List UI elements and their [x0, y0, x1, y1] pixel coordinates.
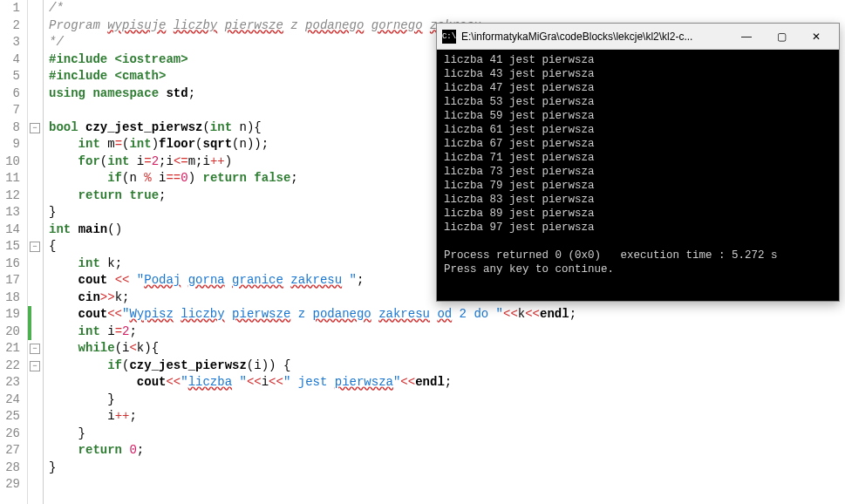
fold-toggle[interactable]: −	[30, 344, 40, 354]
change-marker	[28, 324, 31, 341]
line-number: 15	[0, 238, 20, 255]
console-icon: C:\	[442, 30, 456, 44]
code-line[interactable]: if(czy_jest_pierwsz(i)) {	[49, 358, 576, 375]
line-number: 5	[0, 68, 20, 85]
code-line[interactable]: while(i<k){	[49, 340, 576, 358]
fold-toggle[interactable]: −	[30, 242, 40, 252]
line-number: 16	[0, 255, 20, 273]
code-line[interactable]: }	[49, 392, 576, 409]
line-number: 3	[0, 34, 20, 51]
line-number-gutter: 1234567891011121314151617181920212223242…	[0, 0, 28, 504]
line-number: 2	[0, 17, 20, 35]
code-line[interactable]: /*	[49, 0, 576, 17]
minimize-button[interactable]: —	[729, 24, 764, 49]
console-window[interactable]: C:\ E:\informatykaMiGra\codeBlocks\lekcj…	[436, 23, 840, 302]
line-number: 7	[0, 102, 20, 119]
console-output[interactable]: liczba 41 jest pierwsza liczba 43 jest p…	[437, 50, 839, 301]
code-line[interactable]: int i=2;	[49, 324, 576, 341]
line-number: 27	[0, 442, 20, 460]
fold-toggle[interactable]: −	[30, 123, 40, 133]
line-number: 6	[0, 85, 20, 103]
line-number: 21	[0, 340, 20, 358]
fold-column[interactable]: −−−−	[28, 0, 44, 504]
line-number: 26	[0, 426, 20, 443]
fold-toggle[interactable]: −	[30, 361, 40, 371]
line-number: 10	[0, 153, 20, 171]
code-line[interactable]: }	[49, 426, 576, 443]
line-number: 19	[0, 306, 20, 324]
line-number: 8	[0, 119, 20, 137]
line-number: 9	[0, 136, 20, 153]
line-number: 1	[0, 0, 20, 17]
line-number: 12	[0, 187, 20, 205]
console-title: E:\informatykaMiGra\codeBlocks\lekcje\kl…	[461, 31, 729, 43]
line-number: 25	[0, 408, 20, 426]
maximize-button[interactable]: ▢	[764, 24, 799, 49]
line-number: 23	[0, 374, 20, 392]
code-line[interactable]: }	[49, 460, 576, 477]
code-line[interactable]: i++;	[49, 408, 576, 426]
line-number: 24	[0, 392, 20, 409]
line-number: 18	[0, 289, 20, 307]
code-line[interactable]: cout<<"liczba "<<i<<" jest pierwsza"<<en…	[49, 374, 576, 392]
line-number: 14	[0, 221, 20, 239]
line-number: 29	[0, 476, 20, 494]
line-number: 17	[0, 272, 20, 289]
line-number: 28	[0, 460, 20, 477]
code-line[interactable]	[49, 476, 576, 494]
change-marker	[28, 306, 31, 324]
line-number: 4	[0, 51, 20, 69]
line-number: 11	[0, 170, 20, 187]
line-number: 20	[0, 324, 20, 341]
line-number: 13	[0, 204, 20, 221]
line-number: 22	[0, 358, 20, 375]
console-titlebar[interactable]: C:\ E:\informatykaMiGra\codeBlocks\lekcj…	[437, 24, 839, 50]
code-line[interactable]: return 0;	[49, 442, 576, 460]
code-line[interactable]: cout<<"Wypisz liczby pierwsze z podanego…	[49, 306, 576, 324]
close-button[interactable]: ✕	[799, 24, 834, 49]
